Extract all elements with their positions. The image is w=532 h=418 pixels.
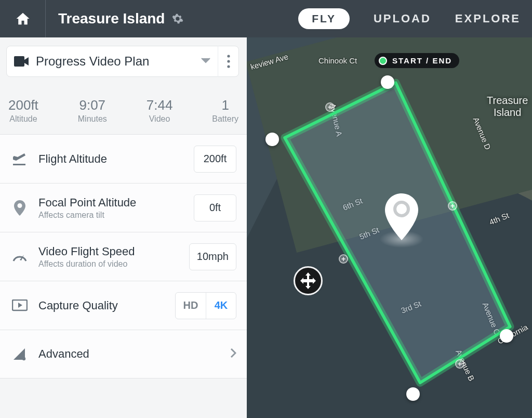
polygon-vertex[interactable] <box>406 387 420 401</box>
focal-point-sub: Affects camera tilt <box>38 211 194 220</box>
polygon-midpoint[interactable]: + <box>455 359 464 369</box>
road-label: Chinook Ct <box>318 56 357 65</box>
home-icon <box>15 11 31 27</box>
svg-point-2 <box>227 65 230 68</box>
tab-upload[interactable]: UPLOAD <box>374 12 431 25</box>
svg-point-4 <box>22 357 25 360</box>
chevron-right-icon <box>230 348 236 360</box>
flight-speed-label: Video Flight Speed <box>38 245 189 258</box>
stat-minutes: 9:07 Minutes <box>78 97 107 124</box>
advanced-icon <box>10 347 29 361</box>
settings-panel: Progress Video Plan 200ft Altitude 9:07 … <box>0 37 247 418</box>
settings-list: Flight Altitude 200ft Focal Point Altitu… <box>0 134 247 378</box>
app-header: Treasure Island FLY UPLOAD EXPLORE <box>0 0 532 37</box>
video-camera-icon <box>7 56 36 67</box>
tab-fly[interactable]: FLY <box>298 8 350 29</box>
chevron-down-icon <box>201 57 210 66</box>
stat-video: 7:44 Video <box>147 97 173 124</box>
map-view[interactable]: Chinook Ct keview Ave Avenue A Avenue B … <box>247 37 532 418</box>
capture-quality-segment: HD 4K <box>175 292 236 319</box>
quality-hd[interactable]: HD <box>176 293 206 319</box>
polygon-vertex[interactable] <box>381 75 394 89</box>
focal-point-label: Focal Point Altitude <box>38 196 194 210</box>
start-end-badge[interactable]: START / END <box>375 53 459 68</box>
start-end-label: START / END <box>392 56 452 65</box>
project-title: Treasure Island <box>58 10 165 27</box>
project-title-area: Treasure Island <box>46 10 183 27</box>
focal-point-input[interactable]: 0ft <box>194 194 236 221</box>
stat-battery: 1 Battery <box>212 97 238 124</box>
pin-icon <box>10 200 29 216</box>
polygon-vertex[interactable] <box>500 329 513 343</box>
svg-point-0 <box>227 55 230 57</box>
stat-altitude-value: 200ft <box>8 97 38 113</box>
stat-minutes-label: Minutes <box>78 114 107 124</box>
row-advanced[interactable]: Advanced <box>0 330 247 378</box>
stat-video-value: 7:44 <box>147 97 173 113</box>
stat-battery-value: 1 <box>212 97 238 113</box>
move-arrows-icon <box>299 272 317 290</box>
polygon-midpoint[interactable]: + <box>448 201 457 211</box>
stat-battery-label: Battery <box>212 114 238 124</box>
advanced-label: Advanced <box>38 347 230 361</box>
stat-minutes-value: 9:07 <box>78 97 107 113</box>
row-capture-quality: Capture Quality HD 4K <box>0 281 247 330</box>
polygon-vertex[interactable] <box>265 133 279 146</box>
flight-altitude-input[interactable]: 200ft <box>194 146 236 173</box>
tab-explore[interactable]: EXPLORE <box>455 12 521 25</box>
kebab-icon <box>227 55 230 68</box>
speed-gauge-icon <box>10 251 29 263</box>
plan-selector[interactable]: Progress Video Plan <box>6 46 239 77</box>
row-focal-point: Focal Point Altitude Affects camera tilt… <box>0 183 247 232</box>
island-label: Treasure Island <box>487 95 528 119</box>
stat-video-label: Video <box>147 114 173 124</box>
polygon-midpoint[interactable]: + <box>339 254 348 264</box>
home-button[interactable] <box>0 0 46 37</box>
row-flight-speed: Video Flight Speed Affects duration of v… <box>0 232 247 281</box>
stat-altitude: 200ft Altitude <box>8 97 38 124</box>
monitor-play-icon <box>10 299 29 312</box>
takeoff-icon <box>10 152 29 166</box>
plan-menu-button[interactable] <box>218 46 238 77</box>
row-flight-altitude: Flight Altitude 200ft <box>0 134 247 183</box>
capture-quality-label: Capture Quality <box>38 299 175 312</box>
flight-speed-input[interactable]: 10mph <box>189 243 236 270</box>
start-dot-icon <box>379 57 387 65</box>
move-control[interactable] <box>294 266 323 295</box>
stat-altitude-label: Altitude <box>8 114 38 124</box>
flight-altitude-label: Flight Altitude <box>38 152 194 166</box>
plan-title: Progress Video Plan <box>36 54 201 69</box>
nav-tabs: FLY UPLOAD EXPLORE <box>298 0 521 37</box>
polygon-midpoint[interactable]: + <box>325 102 335 112</box>
svg-point-1 <box>227 60 230 62</box>
flight-speed-sub: Affects duration of video <box>38 259 189 269</box>
flight-stats: 200ft Altitude 9:07 Minutes 7:44 Video 1… <box>0 86 247 134</box>
quality-4k[interactable]: 4K <box>206 293 236 319</box>
gear-icon[interactable] <box>172 13 183 24</box>
